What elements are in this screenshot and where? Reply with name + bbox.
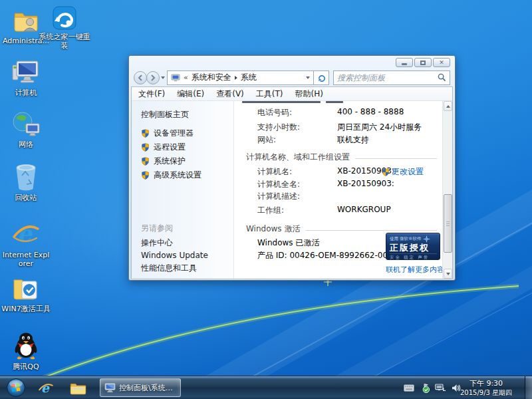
menu-file[interactable]: 文件(F)	[138, 88, 165, 100]
sidebar-item-device-manager[interactable]: 设备管理器	[141, 128, 194, 139]
activation-folder-icon	[11, 275, 41, 303]
desktop-icon-computer[interactable]: 计算机	[1, 57, 51, 97]
menu-edit[interactable]: 编辑(E)	[177, 88, 204, 100]
computer-description-label: 计算机描述:	[257, 191, 300, 202]
website-label: 网站:	[257, 134, 276, 146]
taskbar-internet-explorer-button[interactable]: e	[37, 380, 55, 397]
breadcrumb-overflow-chevron[interactable]: «	[184, 73, 188, 82]
internet-explorer-icon: e	[11, 219, 41, 249]
windows-activation-section-title: Windows 激活	[246, 223, 300, 235]
search-box[interactable]	[333, 70, 450, 85]
computer-name-section-header: 计算机名称、域和工作组设置	[246, 152, 437, 163]
workgroup-value: WORKGROUP	[337, 205, 391, 214]
scroll-down-button[interactable]	[444, 269, 452, 279]
phone-value: 400 - 888 - 8888	[337, 107, 404, 116]
workgroup-row: 工作组: WORKGROUP	[234, 205, 442, 215]
system-window-icon	[104, 382, 116, 393]
activation-status: Windows 已激活	[257, 237, 319, 249]
breadcrumb-item-system[interactable]: 系统	[241, 72, 257, 83]
vertical-scrollbar[interactable]	[442, 101, 452, 279]
menu-bar: 文件(F) 编辑(E) 查看(V) 工具(T) 帮助(H)	[132, 87, 452, 101]
sidebar-item-windows-update[interactable]: Windows Update	[141, 251, 208, 260]
desktop: Administra... 系统之家一键重装 计算机	[0, 0, 532, 399]
section-divider	[305, 230, 437, 231]
online-support-link[interactable]: 联机支持	[337, 134, 369, 146]
section-divider	[355, 158, 437, 159]
search-icon[interactable]	[438, 73, 446, 82]
taskbar-active-window-button[interactable]: 控制面板\系统和...	[100, 378, 181, 397]
refresh-button[interactable]	[314, 70, 329, 85]
maximize-button[interactable]	[414, 58, 432, 67]
breadcrumb-item-system-security[interactable]: 系统和安全	[192, 72, 231, 83]
change-settings-link[interactable]: 更改设置	[392, 166, 424, 178]
full-computer-name-value: XB-20150903:	[337, 179, 394, 188]
back-button[interactable]	[134, 71, 147, 84]
desktop-icon-tencent-qq[interactable]: 腾讯QQ	[1, 331, 51, 371]
learn-more-online-link[interactable]: 联机了解更多内容...	[386, 265, 442, 275]
menu-help[interactable]: 帮助(H)	[295, 88, 323, 100]
support-hours-value: 周日至周六 24小时服务	[337, 122, 422, 133]
scroll-up-button[interactable]	[444, 101, 452, 111]
genuine-star-icon	[423, 235, 430, 243]
svg-text:e: e	[17, 220, 33, 247]
svg-text:e: e	[41, 381, 50, 395]
uac-shield-icon	[141, 157, 150, 166]
forward-button[interactable]	[146, 71, 160, 84]
address-dropdown-icon[interactable]	[306, 76, 310, 79]
desktop-icon-label: 系统之家一键重装	[39, 33, 90, 50]
sidebar-item-label: 设备管理器	[154, 128, 194, 139]
clipped-scrolled-text	[242, 101, 343, 103]
full-computer-name-label: 计算机全名:	[257, 179, 300, 190]
genuine-windows-badge[interactable]: 使用 微软®软件 正版授权 安全 稳定 声誉	[386, 233, 440, 260]
menu-view[interactable]: 查看(V)	[216, 88, 244, 100]
scroll-up-icon	[446, 105, 450, 108]
sidebar-item-system-protection[interactable]: 系统保护	[141, 156, 186, 167]
recent-pages-dropdown[interactable]	[161, 76, 165, 79]
forward-arrow-icon	[150, 74, 156, 81]
sidebar-item-control-panel-home[interactable]: 控制面板主页	[141, 109, 189, 120]
sidebar-item-remote-settings[interactable]: 远程设置	[141, 142, 186, 153]
change-settings[interactable]: 更改设置	[382, 166, 424, 178]
refresh-icon	[317, 73, 326, 82]
sidebar-item-performance[interactable]: 性能信息和工具	[141, 263, 197, 274]
sidebar-item-advanced-settings[interactable]: 高级系统设置	[141, 170, 201, 181]
recycle-bin-icon	[13, 162, 39, 192]
desktop-icon-win7-activation-tool[interactable]: WIN7激活工具	[1, 275, 51, 313]
internet-explorer-icon: e	[38, 380, 54, 396]
computer-name-label: 计算机名:	[257, 166, 292, 178]
sidebar-item-label: 系统保护	[154, 156, 186, 167]
computer-description-row: 计算机描述:	[234, 191, 442, 201]
computer-icon	[11, 57, 41, 86]
sidebar: 控制面板主页 设备管理器	[132, 101, 234, 279]
scrollbar-thumb[interactable]	[444, 194, 452, 253]
touch-keyboard-icon[interactable]	[404, 384, 414, 392]
window-client-area: 文件(F) 编辑(E) 查看(V) 工具(T) 帮助(H) 控制面板主页	[131, 86, 453, 279]
close-button[interactable]	[433, 58, 450, 67]
menu-tools[interactable]: 工具(T)	[256, 88, 283, 100]
qq-penguin-icon	[12, 331, 40, 360]
desktop-icon-reinstall-app[interactable]: 系统之家一键重装	[39, 5, 90, 50]
phone-label: 电话号码:	[257, 107, 292, 118]
minimize-button[interactable]	[396, 58, 413, 67]
taskbar-explorer-button[interactable]	[69, 380, 86, 397]
action-center-icon[interactable]	[420, 383, 430, 393]
network-status-icon[interactable]	[435, 384, 446, 392]
desktop-icon-internet-explorer[interactable]: e Internet Explorer	[1, 219, 51, 268]
workgroup-label: 工作组:	[257, 205, 284, 216]
show-desktop-button[interactable]	[525, 376, 532, 399]
window-titlebar[interactable]	[129, 56, 455, 68]
uac-shield-icon	[141, 143, 150, 152]
desktop-icon-recycle-bin[interactable]: 回收站	[1, 162, 51, 202]
minimize-icon	[402, 63, 407, 65]
start-button[interactable]	[6, 378, 26, 398]
full-computer-name-row: 计算机全名: XB-20150903:	[234, 179, 442, 190]
system-info-content: 电话号码: 400 - 888 - 8888 支持小时数: 周日至周六 24小时…	[234, 101, 442, 279]
taskbar-clock[interactable]: 下午 9:30 2015/9/3 星期四	[458, 378, 515, 397]
breadcrumb[interactable]: « 系统和安全 系统	[167, 70, 314, 85]
sidebar-item-action-center[interactable]: 操作中心	[141, 237, 173, 249]
search-input[interactable]	[337, 73, 438, 82]
desktop-icon-network[interactable]: 网络	[1, 110, 51, 149]
uac-shield-icon	[141, 171, 150, 180]
address-bar: « 系统和安全 系统	[129, 68, 455, 86]
taskbar-active-window-label: 控制面板\系统和...	[119, 383, 176, 393]
